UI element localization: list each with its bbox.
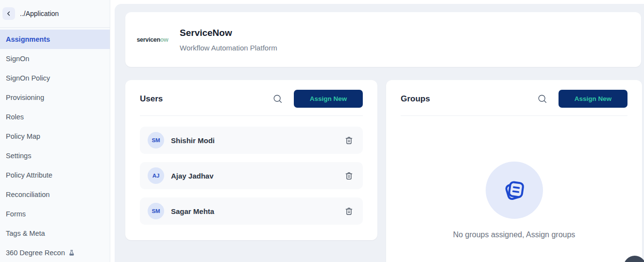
sidebar-item-settings[interactable]: Settings	[0, 146, 110, 165]
sidebar-item-policy-attribute[interactable]: Policy Attribute	[0, 165, 110, 185]
users-assign-new-button[interactable]: Assign New	[294, 90, 363, 108]
stacked-cards-icon	[500, 176, 528, 204]
trash-icon	[344, 135, 354, 146]
sidebar-item-forms[interactable]: Forms	[0, 204, 110, 224]
user-name: Sagar Mehta	[171, 207, 344, 215]
trash-icon	[344, 206, 354, 216]
search-icon	[537, 94, 548, 104]
sidebar-item-tags-meta[interactable]: Tags & Meta	[0, 224, 110, 243]
user-name: Ajay Jadhav	[171, 172, 344, 180]
page-subtitle: Workflow Automation Platform	[180, 44, 277, 52]
chevron-left-icon	[6, 11, 12, 16]
users-panel: Users Assign New SM Shishir Modi	[125, 80, 377, 240]
users-panel-header: Users Assign New	[125, 80, 377, 108]
avatar: SM	[148, 203, 164, 219]
back-button[interactable]	[2, 7, 15, 20]
avatar: SM	[148, 132, 164, 148]
search-icon	[272, 94, 283, 104]
breadcrumb-label[interactable]: ../Application	[20, 10, 59, 17]
trash-icon	[344, 171, 354, 181]
users-search-button[interactable]	[272, 94, 283, 104]
app-header-text: ServiceNow Workflow Automation Platform	[180, 28, 277, 52]
delete-user-button[interactable]	[344, 135, 354, 146]
empty-groups-message: No groups assigned, Assign groups	[453, 230, 576, 239]
page-title: ServiceNow	[180, 28, 277, 38]
sidebar-item-provisioning[interactable]: Provisioning	[0, 88, 110, 107]
sidebar-item-signon[interactable]: SignOn	[0, 49, 110, 68]
sidebar-item-signon-policy[interactable]: SignOn Policy	[0, 68, 110, 88]
sidebar-item-label: 360 Degree Recon	[6, 249, 65, 257]
groups-panel-header: Groups Assign New	[386, 80, 642, 108]
groups-empty-state: No groups assigned, Assign groups	[386, 162, 642, 239]
user-row[interactable]: SM Sagar Mehta	[140, 197, 363, 225]
groups-search-button[interactable]	[537, 94, 548, 104]
sidebar-item-policy-map[interactable]: Policy Map	[0, 127, 110, 146]
groups-panel-title: Groups	[401, 94, 537, 104]
sidebar-item-reconciliation[interactable]: Reconciliation	[0, 185, 110, 204]
app-logo: servicenow	[125, 36, 180, 43]
app-header-card: servicenow ServiceNow Workflow Automatio…	[125, 12, 641, 67]
breadcrumb: ../Application	[0, 0, 110, 28]
user-row[interactable]: AJ Ajay Jadhav	[140, 162, 363, 189]
user-name: Shishir Modi	[171, 136, 344, 145]
sidebar-item-360-degree-recon[interactable]: 360 Degree Recon	[0, 243, 110, 262]
flask-icon	[68, 249, 75, 257]
sidebar-item-assignments[interactable]: Assignments	[0, 30, 110, 49]
groups-panel: Groups Assign New No groups assigned,	[386, 80, 642, 262]
sidebar: ../Application Assignments SignOn SignOn…	[0, 0, 110, 262]
delete-user-button[interactable]	[344, 171, 354, 181]
empty-groups-illustration	[486, 162, 543, 219]
user-row[interactable]: SM Shishir Modi	[140, 127, 363, 154]
delete-user-button[interactable]	[344, 206, 354, 216]
groups-assign-new-button[interactable]: Assign New	[559, 90, 627, 108]
sidebar-nav: Assignments SignOn SignOn Policy Provisi…	[0, 28, 110, 262]
avatar: AJ	[148, 167, 164, 184]
sidebar-item-roles[interactable]: Roles	[0, 107, 110, 127]
divider	[401, 115, 627, 116]
users-list: SM Shishir Modi AJ Ajay Jadhav	[125, 116, 377, 225]
servicenow-logo: servicenow	[136, 36, 168, 43]
users-panel-title: Users	[140, 94, 272, 104]
